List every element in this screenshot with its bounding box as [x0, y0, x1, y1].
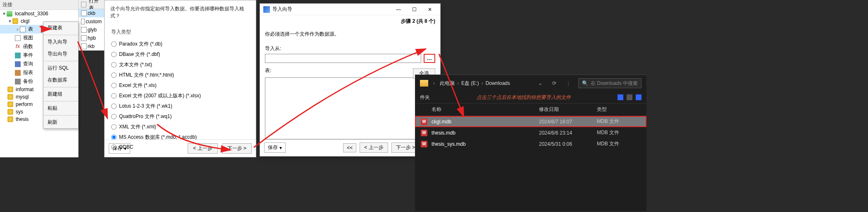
file-row[interactable]: Wthesis.mdb2024/6/6 23:14MDB 文件 [415, 127, 646, 138]
prev-button[interactable]: < 上一步 [188, 143, 217, 154]
annotation-text: 点击三个点后在本地找到你想要导入的文件 [477, 94, 571, 101]
query-icon [15, 61, 21, 67]
file-row[interactable]: Wckgl.mdb2024/6/7 18:07MDB 文件 [415, 116, 646, 127]
file-icon: W [421, 130, 427, 136]
chevron-down-icon[interactable]: ▾ [7, 18, 12, 24]
chevron-down-icon[interactable]: ⌄ [536, 79, 544, 87]
menu-item[interactable]: 粘贴 [43, 102, 78, 114]
table-icon [81, 2, 86, 7]
maximize-icon[interactable]: ☐ [407, 5, 421, 14]
col-date[interactable]: 修改日期 [539, 106, 597, 113]
table-listbox[interactable] [265, 77, 435, 140]
table-item[interactable]: hpb [79, 34, 104, 42]
arrow-right-icon: › [433, 80, 435, 86]
file-icon: W [421, 141, 427, 147]
import-type-options: Paradox 文件 (*.db)DBase 文件 (*.dbf)文本文件 (*… [105, 37, 256, 153]
browse-button[interactable]: … [424, 54, 435, 63]
chevron-down-icon: ▾ [124, 146, 126, 152]
close-icon[interactable]: ✕ [423, 5, 437, 14]
view-toggle-icon[interactable] [618, 94, 623, 100]
function-icon: fx [15, 44, 21, 50]
import-type-radio[interactable]: Excel 文件 (2007 或以上版本) (*.xlsx) [111, 91, 249, 101]
first-button[interactable]: << [343, 143, 356, 152]
file-icon: W [421, 118, 427, 125]
server-icon [7, 11, 12, 17]
file-explorer: › 此电脑›E盘 (E:)›Downloads ⌄ ⟳ | 🔍 在 Downlo… [415, 75, 646, 211]
breadcrumb[interactable]: 此电脑›E盘 (E:)›Downloads [440, 80, 510, 87]
database-icon [7, 87, 13, 92]
tree-conn[interactable]: ▾ localhost_3306 [0, 10, 78, 17]
import-type-radio[interactable]: HTML 文件 (*.htm;*.html) [111, 70, 249, 80]
breadcrumb-item[interactable]: Downloads [486, 80, 510, 86]
view-toggle-icon[interactable] [627, 94, 632, 100]
table-icon [81, 10, 87, 16]
wizard-buttons: 保存 ▾ << < 上一步 下一步 > >> [260, 139, 440, 156]
wizard-buttons: 保存 ▾ < 上一步 下一步 > [105, 140, 256, 157]
chevron-down-icon[interactable]: ▾ [2, 11, 7, 17]
menu-item[interactable]: 运行 SQL [43, 62, 78, 74]
backup-icon [15, 79, 21, 84]
wizard-instruction: 你必须选择一个文件作为数据源。 [260, 27, 440, 41]
save-button[interactable]: 保存 ▾ [109, 143, 130, 154]
import-from-label: 导入从: [260, 41, 440, 54]
menu-item[interactable]: 刷新 [43, 116, 78, 128]
col-type[interactable]: 类型 [597, 106, 641, 113]
import-type-radio[interactable]: DBase 文件 (*.dbf) [111, 49, 249, 60]
table-item[interactable]: glyb [79, 26, 104, 34]
menu-item[interactable]: 新建表 [43, 22, 78, 34]
search-placeholder: 在 Downloads 中搜索 [591, 80, 638, 87]
table-icon [81, 27, 87, 33]
col-name[interactable]: 名称 [432, 106, 539, 113]
import-type-radio[interactable]: Excel 文件 (*.xls) [111, 80, 249, 91]
chevron-right-icon: › [457, 80, 459, 86]
import-from-input[interactable] [265, 54, 421, 63]
file-rows: Wckgl.mdb2024/6/7 18:07MDB 文件Wthesis.mdb… [415, 116, 646, 149]
table-icon [81, 19, 85, 24]
table-icon [81, 35, 87, 41]
next-button[interactable]: 下一步 > [222, 143, 252, 154]
chevron-right-icon[interactable]: › [15, 26, 20, 32]
view-toggle-icon[interactable] [636, 94, 641, 100]
import-type-radio[interactable]: 文本文件 (*.txt) [111, 60, 249, 70]
breadcrumb-item[interactable]: 此电脑 [440, 80, 455, 87]
database-icon [7, 109, 13, 115]
refresh-icon[interactable]: ⟳ [550, 79, 558, 87]
step-indicator: 步骤 2 (共 8 个) [260, 15, 440, 27]
view-icon [15, 35, 21, 41]
database-icon [7, 101, 13, 107]
menu-item[interactable]: 导入向导 [43, 36, 78, 48]
breadcrumb-item[interactable]: E盘 (E:) [461, 80, 479, 87]
report-icon [15, 70, 21, 76]
menu-item[interactable]: 新建组 [43, 88, 78, 100]
database-icon [7, 116, 13, 122]
open-table-tab[interactable]: 打开表 [79, 0, 104, 9]
prev-button[interactable]: < 上一步 [360, 142, 388, 153]
import-type-radio[interactable]: Lotus 1-2-3 文件 (*.wk1) [111, 101, 249, 111]
wizard-question: 这个向导允许你指定如何导入数据。你要选择哪种数据导入格式？ [105, 0, 256, 24]
minimize-icon[interactable]: — [391, 5, 405, 14]
titlebar: 导入向导 — ☐ ✕ [260, 4, 440, 15]
window-title: 导入向导 [272, 6, 292, 13]
search-input[interactable]: 🔍 在 Downloads 中搜索 [578, 78, 641, 88]
menu-item[interactable]: 导出向导 [43, 48, 78, 60]
table-list: ckbcustomglybhpbrkb [79, 9, 104, 51]
chevron-right-icon: › [482, 80, 483, 86]
database-icon [12, 18, 18, 24]
file-row[interactable]: Wthesis_sys.mdb2024/5/31 0:06MDB 文件 [415, 138, 646, 149]
search-icon: 🔍 [582, 80, 588, 86]
import-type-radio[interactable]: QuattroPro 文件 (*.wq1) [111, 111, 249, 122]
folder-icon [420, 80, 428, 87]
group-title: 导入类型 [105, 24, 256, 37]
import-type-radio[interactable]: XML 文件 (*.xml) [111, 122, 249, 132]
import-type-radio[interactable]: Paradox 文件 (*.db) [111, 39, 249, 49]
column-headers[interactable]: 名称 修改日期 类型 [415, 103, 646, 116]
context-menu[interactable]: 新建表导入向导导出向导运行 SQL在数据库新建组粘贴刷新 [43, 22, 79, 129]
chevron-down-icon: ▾ [279, 145, 282, 151]
table-item[interactable]: rkb [79, 42, 104, 51]
save-button[interactable]: 保存 ▾ [264, 142, 286, 153]
table-icon [20, 26, 26, 32]
menu-item[interactable]: 在数据库 [43, 74, 78, 86]
table-item[interactable]: ckb [79, 9, 104, 17]
table-item[interactable]: custom [79, 17, 104, 26]
import-wizard-step2: 导入向导 — ☐ ✕ 步骤 2 (共 8 个) 你必须选择一个文件作为数据源。 … [260, 3, 441, 157]
